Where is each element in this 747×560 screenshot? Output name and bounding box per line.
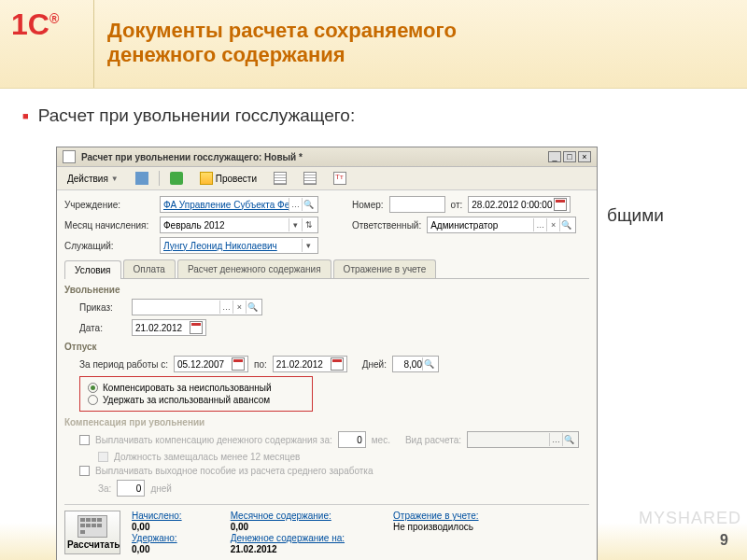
tab-payment[interactable]: Оплата (123, 259, 176, 278)
period-to-input[interactable]: 21.02.2012 (273, 356, 347, 372)
tt-icon (333, 172, 346, 185)
logo-1c: 1C® (11, 7, 67, 63)
accounting-link[interactable]: Отражение в учете: (393, 511, 479, 521)
minimize-button[interactable]: _ (548, 151, 561, 162)
calendar-icon[interactable] (190, 321, 203, 334)
days-label: Дней: (362, 359, 387, 370)
close-button[interactable]: × (578, 151, 591, 162)
withheld-link[interactable]: Удержано: (132, 533, 182, 543)
window-footer: Рассчитать Начислено: 0,00 Удержано: 0,0… (64, 504, 589, 554)
tabs: Условия Оплата Расчет денежного содержан… (64, 259, 589, 279)
clear-icon[interactable]: × (546, 218, 559, 231)
chk-pay-comp[interactable] (79, 435, 90, 445)
org-input[interactable]: ФА Управление Субъекта Федерац …🔍 (160, 196, 318, 213)
emp-input[interactable]: Лунгу Леонид Николаевич ▾ (160, 237, 318, 254)
window-title: Расчет при увольнении госслужащего: Новы… (81, 152, 548, 162)
toolbar: Действия▼ Провести (57, 167, 597, 190)
dc-value: 21.02.2012 (231, 544, 345, 554)
spinner-icon[interactable]: ⇅ (302, 218, 315, 231)
dc-link[interactable]: Денежное содержание на: (231, 533, 345, 543)
tt-button[interactable] (327, 169, 353, 188)
tab-accounting[interactable]: Отражение в учете (333, 259, 437, 278)
calendar-icon[interactable] (331, 357, 344, 371)
chk-less12 (98, 452, 108, 462)
actions-menu[interactable]: Действия▼ (61, 171, 125, 187)
order-label: Приказ: (79, 302, 126, 313)
magnifier-icon[interactable]: 🔍 (302, 198, 315, 211)
list-button[interactable] (297, 169, 323, 188)
magnifier-icon[interactable]: 🔍 (246, 301, 259, 314)
za-value: 0 (120, 483, 141, 494)
org-value[interactable]: ФА Управление Субъекта Федерац (163, 200, 289, 210)
severance-label: Выплачивать выходное пособие из расчета … (95, 466, 374, 476)
months-input[interactable]: 0 (338, 431, 366, 448)
select-icon[interactable]: … (533, 218, 546, 231)
title-line-1: Документы расчета сохраняемого (107, 19, 457, 43)
chk-severance[interactable] (79, 466, 90, 476)
kind-label: Вид расчета: (405, 435, 461, 445)
window-titlebar[interactable]: Расчет при увольнении госслужащего: Новы… (57, 147, 597, 167)
radio-withhold[interactable] (88, 395, 98, 405)
provesti-button[interactable]: Провести (193, 169, 263, 188)
dropdown-icon[interactable]: ▾ (302, 239, 315, 252)
section-dismissal: Увольнение (64, 285, 589, 295)
calculate-button[interactable]: Рассчитать (64, 511, 120, 554)
radio-withhold-label: Удержать за использованный авансом (103, 395, 270, 405)
pay-comp-label: Выплачивать компенсацию денежного содерж… (95, 435, 332, 445)
date-input[interactable]: 28.02.2012 0:00:00 (468, 196, 571, 213)
calculate-label: Рассчитать (67, 539, 118, 550)
order-input[interactable]: …×🔍 (132, 299, 262, 315)
month-value: Февраль 2012 (163, 220, 289, 231)
watermark: MYSHARED (639, 509, 741, 528)
new-button[interactable] (163, 169, 190, 188)
calendar-icon[interactable] (554, 198, 567, 211)
disk-icon (135, 172, 148, 185)
select-icon[interactable]: … (289, 198, 302, 211)
save-button[interactable] (129, 169, 155, 188)
radio-compensate-label: Компенсировать за неиспользованный (103, 383, 272, 393)
slide-title: Документы расчета сохраняемого денежного… (107, 19, 457, 68)
dismiss-date-input[interactable]: 21.02.2012 (132, 319, 206, 336)
month-input[interactable]: Февраль 2012 ▾⇅ (160, 217, 318, 233)
maximize-button[interactable]: □ (563, 151, 576, 162)
resp-label: Ответственный: (352, 220, 421, 231)
accrued-value: 0,00 (132, 522, 182, 532)
magnifier-icon[interactable]: 🔍 (422, 357, 435, 371)
separator (159, 171, 160, 186)
select-icon[interactable]: … (219, 301, 233, 314)
clear-icon[interactable]: × (233, 301, 246, 314)
post-icon (200, 172, 213, 185)
period-from-value: 05.12.2007 (177, 359, 232, 370)
monthly-link[interactable]: Месячное содержание: (231, 511, 345, 521)
num-input[interactable] (389, 196, 445, 213)
months-suffix: мес. (372, 435, 390, 445)
days-input[interactable]: 8,00🔍 (392, 356, 439, 372)
magnifier-icon[interactable]: 🔍 (559, 218, 572, 231)
resp-input[interactable]: Администратор …×🔍 (427, 217, 576, 233)
select-icon: … (549, 433, 562, 446)
tab-calc[interactable]: Расчет денежного содержания (177, 259, 331, 278)
tab-conditions[interactable]: Условия (64, 260, 121, 279)
document-icon (63, 150, 76, 163)
monthly-value: 0,00 (231, 522, 345, 532)
withheld-value: 0,00 (132, 544, 182, 554)
radio-compensate[interactable] (88, 383, 98, 393)
report-button[interactable] (267, 169, 293, 188)
grid-icon (274, 172, 287, 185)
dropdown-icon[interactable]: ▾ (289, 218, 302, 231)
calendar-icon[interactable] (232, 357, 245, 371)
dismiss-date-label: Дата: (79, 323, 126, 333)
period-from-input[interactable]: 05.12.2007 (174, 356, 248, 372)
list-icon (303, 172, 317, 185)
kind-input: …🔍 (467, 431, 579, 448)
num-label: Номер: (352, 200, 384, 210)
to-label: по: (254, 359, 267, 370)
za-input[interactable]: 0 (117, 480, 145, 497)
date-value: 28.02.2012 0:00:00 (472, 200, 554, 210)
section-compensation: Компенсация при увольнении (64, 417, 589, 427)
accrued-link[interactable]: Начислено: (132, 511, 182, 521)
emp-label: Служащий: (64, 241, 154, 251)
period-label: За период работы с: (79, 359, 168, 370)
emp-value[interactable]: Лунгу Леонид Николаевич (163, 241, 302, 251)
months-value: 0 (342, 435, 362, 445)
